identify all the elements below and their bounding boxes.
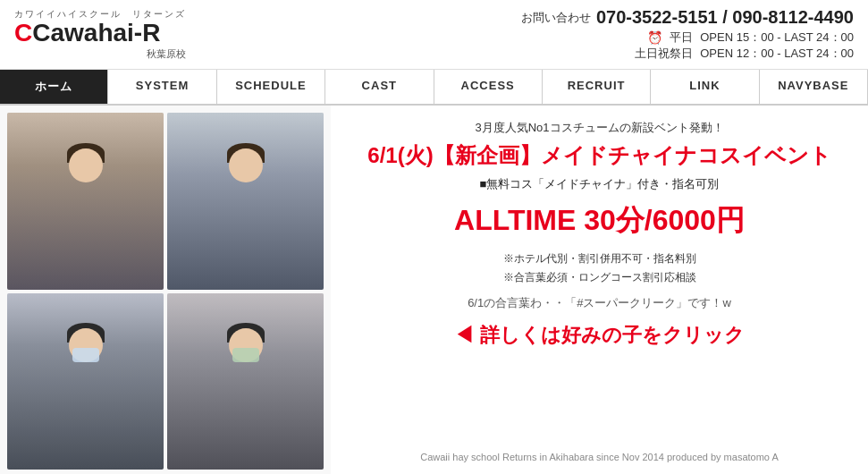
promo-password: 6/1の合言葉わ・・「#スーパークリーク」です！w bbox=[468, 295, 731, 311]
contact-area: お問い合わせ 070-3522-5151 / 090-8112-4490 ⏰ 平… bbox=[521, 7, 854, 62]
weekend-label: 土日祝祭日 bbox=[635, 46, 693, 62]
promo-notes: ※ホテル代別・割引併用不可・指名料別 ※合言葉必須・ロングコース割引応相談 bbox=[503, 250, 696, 286]
main-content: 3月度人気No1コスチュームの新設ベント発動！ 6/1(火)【新企画】メイドチャ… bbox=[0, 106, 868, 474]
nav-home[interactable]: ホーム bbox=[0, 70, 108, 104]
logo-text: CCawahai-R bbox=[14, 21, 160, 46]
cast-photo-2[interactable] bbox=[167, 113, 324, 290]
nav-access[interactable]: ACCESS bbox=[434, 70, 543, 104]
promo-detail: ■無料コス「メイドチャイナ」付き・指名可別 bbox=[480, 176, 720, 192]
promo-price: ALLTIME 30分/6000円 bbox=[454, 201, 745, 241]
phone-numbers: 070-3522-5151 / 090-8112-4490 bbox=[596, 7, 854, 28]
promo-note1: ※ホテル代別・割引併用不可・指名料別 bbox=[503, 250, 696, 267]
promo-sub-text: 3月度人気No1コスチュームの新設ベント発動！ bbox=[475, 120, 723, 136]
weekday-label: 平日 bbox=[670, 30, 693, 46]
promo-cta[interactable]: ◀ 詳しくは好みの子をクリック bbox=[454, 322, 744, 349]
nav-cast[interactable]: CAST bbox=[325, 70, 434, 104]
nav-link[interactable]: LINK bbox=[651, 70, 759, 104]
nav-schedule[interactable]: SCHEDULE bbox=[217, 70, 325, 104]
promo-note2: ※合言葉必須・ロングコース割引応相談 bbox=[503, 268, 696, 286]
hours-weekday: ⏰ 平日 OPEN 15：00 - LAST 24：00 bbox=[521, 30, 854, 46]
weekend-hours: OPEN 12：00 - LAST 24：00 bbox=[700, 46, 854, 62]
cast-photo-4[interactable] bbox=[167, 293, 324, 470]
logo-branch: 秋葉原校 bbox=[147, 47, 186, 61]
main-nav: ホーム SYSTEM SCHEDULE CAST ACCESS RECRUIT … bbox=[0, 70, 868, 106]
nav-recruit[interactable]: RECRUIT bbox=[543, 70, 651, 104]
cast-photos bbox=[0, 106, 331, 474]
header: カワイイハイスクール リターンズ CCawahai-R 秋葉原校 お問い合わせ … bbox=[0, 0, 868, 70]
promo-section: 3月度人気No1コスチュームの新設ベント発動！ 6/1(火)【新企画】メイドチャ… bbox=[331, 106, 868, 474]
hours: ⏰ 平日 OPEN 15：00 - LAST 24：00 土日祝祭日 OPEN … bbox=[521, 30, 854, 62]
nav-navybase[interactable]: NAVYBASE bbox=[760, 70, 868, 104]
clock-icon: ⏰ bbox=[647, 30, 662, 45]
contact-top: お問い合わせ 070-3522-5151 / 090-8112-4490 bbox=[521, 7, 854, 28]
cast-photo-3[interactable] bbox=[7, 293, 164, 470]
hours-weekend: 土日祝祭日 OPEN 12：00 - LAST 24：00 bbox=[521, 46, 854, 62]
promo-title: 6/1(火)【新企画】メイドチャイナコスイベント bbox=[367, 141, 830, 169]
logo-area: カワイイハイスクール リターンズ CCawahai-R 秋葉原校 bbox=[14, 8, 186, 61]
nav-system[interactable]: SYSTEM bbox=[108, 70, 216, 104]
weekday-hours: OPEN 15：00 - LAST 24：00 bbox=[700, 30, 854, 46]
contact-label: お問い合わせ bbox=[521, 10, 591, 26]
cast-photo-1[interactable] bbox=[7, 113, 164, 290]
promo-footer: Cawaii hay school Returns in Akihabara s… bbox=[420, 452, 779, 462]
